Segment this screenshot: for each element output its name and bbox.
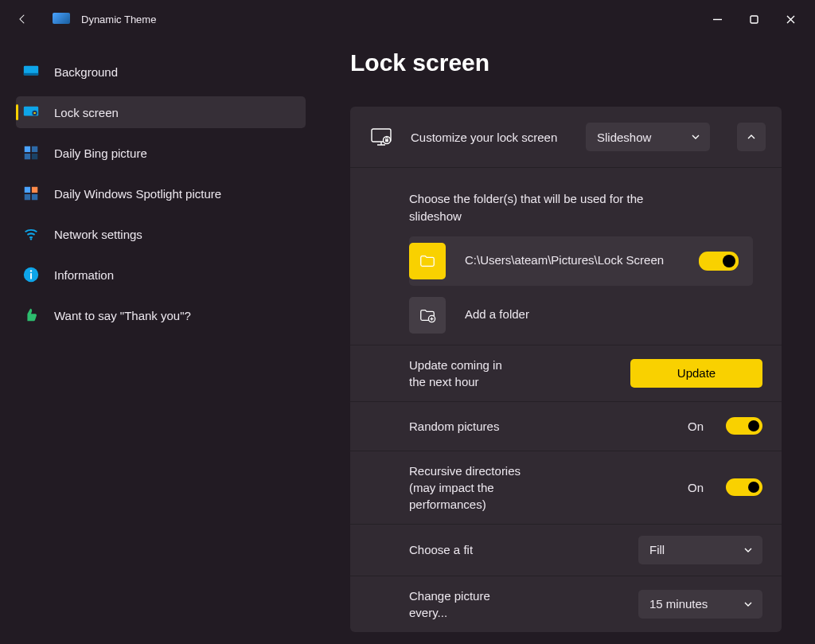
svg-rect-2: [24, 73, 38, 76]
lock-screen-panel: Customize your lock screen Slideshow Cho…: [350, 107, 782, 632]
arrow-left-icon: [15, 12, 29, 26]
minimize-button[interactable]: [699, 6, 735, 32]
app-title: Dynamic Theme: [81, 14, 156, 25]
sidebar-item-lock-screen[interactable]: Lock screen: [16, 96, 306, 128]
folder-row[interactable]: C:\Users\ateam\Pictures\Lock Screen: [409, 236, 753, 286]
add-folder-label: Add a folder: [465, 306, 739, 322]
customize-label: Customize your lock screen: [411, 131, 567, 144]
svg-rect-7: [32, 146, 37, 152]
thumbs-up-icon: [22, 306, 40, 324]
sidebar-item-label: Network settings: [54, 228, 142, 241]
sidebar-item-network[interactable]: Network settings: [16, 218, 306, 250]
svg-rect-0: [751, 16, 758, 23]
title-bar: Dynamic Theme: [0, 0, 815, 38]
random-pictures-row: Random pictures On: [350, 401, 782, 451]
svg-rect-11: [32, 187, 37, 193]
add-folder-row[interactable]: Add a folder: [409, 291, 753, 340]
update-status: Update coming in the next hour: [409, 357, 505, 390]
sidebar-item-label: Daily Windows Spotlight picture: [54, 187, 221, 201]
chevron-down-icon: [691, 132, 700, 142]
window-controls: [699, 6, 809, 32]
chevron-down-icon: [743, 545, 753, 555]
lock-screen-icon: [22, 103, 40, 121]
fit-row: Choose a fit Fill: [350, 524, 782, 576]
sidebar-item-bing[interactable]: Daily Bing picture: [16, 137, 306, 169]
folders-description: Choose the folder(s) that will be used f…: [409, 190, 696, 225]
maximize-icon: [750, 15, 758, 24]
fit-selected: Fill: [649, 543, 665, 556]
svg-rect-16: [30, 273, 32, 279]
minimize-icon: [713, 15, 722, 24]
svg-point-17: [30, 270, 32, 271]
random-toggle[interactable]: [726, 417, 762, 435]
recursive-state: On: [688, 481, 704, 494]
add-folder-icon: [409, 297, 446, 334]
collapse-button[interactable]: [737, 123, 766, 151]
maximize-button[interactable]: [735, 6, 772, 32]
close-icon: [786, 15, 795, 24]
random-state: On: [688, 420, 704, 433]
svg-rect-13: [32, 194, 37, 200]
close-button[interactable]: [772, 6, 809, 32]
chevron-down-icon: [743, 599, 753, 609]
bing-icon: [22, 144, 40, 162]
chevron-up-icon: [747, 132, 756, 142]
folder-icon: [409, 243, 446, 279]
svg-rect-12: [25, 194, 30, 200]
svg-rect-20: [385, 139, 388, 142]
sidebar-item-label: Background: [54, 65, 118, 79]
interval-label: Change picture every...: [409, 587, 509, 621]
app-icon: [53, 13, 70, 25]
interval-selected: 15 minutes: [649, 597, 708, 611]
monitor-lock-icon: [371, 128, 392, 146]
spotlight-icon: [22, 185, 40, 202]
svg-rect-10: [25, 187, 30, 193]
sidebar-item-thank-you[interactable]: Want to say "Thank you"?: [16, 299, 306, 331]
sidebar-item-spotlight[interactable]: Daily Windows Spotlight picture: [16, 178, 306, 209]
svg-point-14: [30, 238, 32, 240]
info-icon: [22, 266, 40, 283]
update-button[interactable]: Update: [630, 359, 762, 388]
interval-select[interactable]: 15 minutes: [638, 590, 762, 619]
content: Lock screen Customize your lock screen S…: [317, 38, 815, 644]
recursive-toggle[interactable]: [726, 478, 762, 496]
recursive-label: Recursive directories (may impact the pe…: [409, 463, 534, 513]
folder-path: C:\Users\ateam\Pictures\Lock Screen: [465, 252, 680, 268]
wifi-icon: [22, 225, 40, 243]
svg-rect-8: [25, 154, 30, 159]
recursive-row: Recursive directories (may impact the pe…: [350, 451, 782, 524]
back-button[interactable]: [6, 3, 38, 35]
svg-rect-9: [32, 154, 37, 159]
interval-row: Change picture every... 15 minutes: [350, 576, 782, 632]
page-title: Lock screen: [350, 49, 782, 76]
mode-select[interactable]: Slideshow: [586, 123, 710, 151]
monitor-icon: [22, 63, 40, 80]
panel-body: Choose the folder(s) that will be used f…: [350, 167, 782, 345]
sidebar: Background Lock screen Daily Bing pictur…: [0, 38, 317, 644]
update-row: Update coming in the next hour Update: [350, 345, 782, 401]
panel-header: Customize your lock screen Slideshow: [350, 107, 782, 167]
fit-select[interactable]: Fill: [638, 536, 762, 564]
sidebar-item-background[interactable]: Background: [16, 56, 306, 88]
svg-rect-5: [33, 112, 35, 114]
fit-label: Choose a fit: [409, 541, 509, 558]
folder-toggle[interactable]: [699, 252, 739, 271]
svg-rect-6: [25, 146, 30, 152]
sidebar-item-information[interactable]: Information: [16, 259, 306, 291]
sidebar-item-label: Lock screen: [54, 106, 119, 119]
mode-selected: Slideshow: [597, 131, 651, 144]
sidebar-item-label: Information: [54, 268, 114, 282]
sidebar-item-label: Daily Bing picture: [54, 146, 147, 160]
sidebar-item-label: Want to say "Thank you"?: [54, 309, 191, 322]
random-label: Random pictures: [409, 418, 534, 435]
